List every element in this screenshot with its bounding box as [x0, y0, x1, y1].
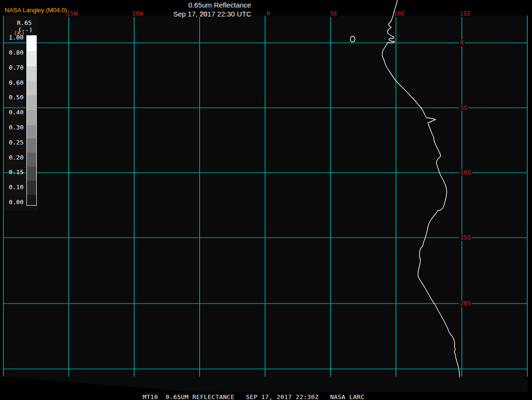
status-bar: MT10 0.65UM REFLECTANCE SEP 17, 2017 22:… [0, 392, 532, 400]
coastline-path [382, 0, 459, 377]
page-title: 0.65um Reflectance [188, 1, 251, 9]
datetime-text: Sep 17, 2017 22:30 UTC [173, 10, 251, 18]
satellite-viewer: R.65 (--) (K) NASA Langley (M04.0) 0.65u… [0, 0, 532, 400]
coastline-layer [0, 0, 532, 400]
island-outline [350, 36, 355, 42]
status-text: MT10 0.65UM REFLECTANCE SEP 17, 2017 22:… [143, 393, 364, 400]
credit-text: NASA Langley (M04.0) [5, 7, 67, 14]
